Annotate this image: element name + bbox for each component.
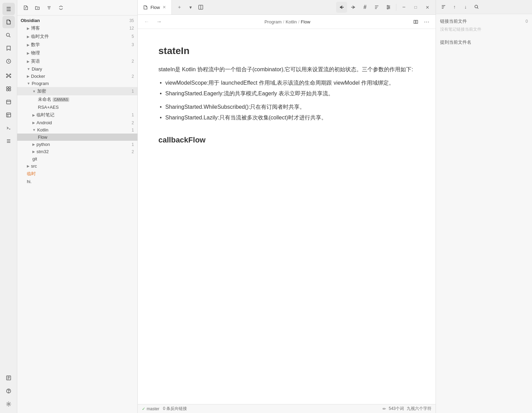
backlinks-section: 链接当前文件 0 没有笔记链接当前文件 — [440, 18, 528, 32]
add-tab-btn[interactable]: ＋ — [175, 2, 184, 12]
search-btn[interactable] — [2, 29, 15, 41]
close-window-btn[interactable]: ✕ — [422, 2, 433, 13]
svg-point-6 — [10, 77, 11, 78]
arrow-icon: ▶ — [27, 51, 30, 55]
breadcrumb-program[interactable]: Program — [264, 19, 282, 24]
outline-list-btn[interactable] — [439, 2, 448, 12]
more-options-btn[interactable]: ⋯ — [422, 17, 431, 27]
tree-item-临时[interactable]: 临时 — [17, 170, 137, 178]
svg-point-23 — [389, 7, 390, 8]
outline-icon-btn[interactable] — [371, 2, 382, 13]
arrow-icon: ▶ — [32, 150, 35, 153]
svg-point-19 — [8, 392, 9, 393]
tree-item-Flow[interactable]: Flow — [17, 134, 137, 141]
breadcrumb-flow: Flow — [301, 19, 310, 24]
new-folder-btn[interactable] — [32, 3, 42, 12]
review-btn[interactable] — [2, 372, 15, 384]
sort-up-btn[interactable]: ↑ — [450, 2, 459, 12]
svg-point-20 — [8, 403, 9, 405]
root-count: 35 — [129, 18, 134, 23]
tree-item-hi[interactable]: hi. — [17, 178, 137, 185]
arrow-icon: ▼ — [27, 67, 30, 71]
tree-item-Kotlin[interactable]: ▼ Kotlin 1 — [17, 126, 137, 134]
tree-item-Program[interactable]: ▼ Program — [17, 80, 137, 87]
arrow-icon: ▶ — [27, 43, 30, 47]
arrow-icon: ▶ — [32, 113, 35, 117]
toggle-sidebar-btn[interactable]: ☰ — [2, 3, 15, 15]
svg-line-8 — [9, 75, 10, 76]
edit-icon[interactable]: ✏ — [383, 406, 386, 411]
svg-point-25 — [475, 5, 478, 8]
terminal-btn[interactable] — [2, 122, 15, 134]
maximize-btn[interactable]: □ — [410, 2, 421, 13]
split-view-btn[interactable] — [196, 2, 206, 12]
tree-item-博客[interactable]: ▶ 博客 12 — [17, 24, 137, 32]
templates-btn[interactable] — [2, 109, 15, 121]
bookmarks-btn[interactable] — [2, 42, 15, 54]
history-btn[interactable] — [2, 55, 15, 67]
properties-icon-btn[interactable] — [383, 2, 394, 13]
settings-btn[interactable] — [2, 398, 15, 410]
svg-line-7 — [7, 75, 8, 76]
svg-rect-14 — [9, 89, 11, 91]
divider — [396, 4, 396, 11]
tag-icon-btn[interactable]: # — [359, 2, 371, 13]
files-btn[interactable] — [2, 16, 15, 28]
forward-btn[interactable]: → — [154, 17, 164, 27]
backlink-icon-btn[interactable] — [336, 2, 347, 13]
toolbar-right-icons: ⋯ — [411, 17, 431, 27]
tree-item-数学[interactable]: ▶ 数学 3 — [17, 41, 137, 49]
help-btn[interactable] — [2, 385, 15, 397]
back-btn[interactable]: ← — [142, 17, 152, 27]
word-count: 543个词 — [389, 406, 404, 412]
tree-item-src[interactable]: ▶ src — [17, 162, 137, 170]
tree-root[interactable]: Obsidian 35 — [17, 17, 137, 24]
no-backlinks-text: 没有笔记链接当前文件 — [440, 27, 528, 32]
tree-item-英语[interactable]: ▶ 英语 2 — [17, 57, 137, 65]
git-branch: master — [147, 406, 159, 411]
search-panel-btn[interactable] — [472, 2, 481, 12]
tree-item-未命名[interactable]: 未命名CANVAS — [17, 95, 137, 104]
tab-list-btn[interactable]: ▾ — [186, 2, 195, 12]
minimize-btn[interactable]: − — [398, 2, 409, 13]
plugins-btn[interactable] — [2, 83, 15, 95]
note-bullets: viewModelScope:用于 launchedEffect 作用域,表示该… — [158, 78, 415, 98]
svg-rect-15 — [7, 100, 11, 104]
tree-item-python[interactable]: ▶ python 1 — [17, 141, 137, 148]
sort-btn[interactable] — [44, 3, 54, 12]
toolbar: ← → Program / Kotlin / Flow ⋯ — [138, 15, 436, 29]
mentions-section: 提到当前文件名 — [440, 39, 528, 45]
tree-item-Diary[interactable]: ▼ Diary — [17, 65, 137, 73]
note-bullet4: SharingStarted.Lazily:只有当流被多次收集(collect)… — [158, 113, 415, 122]
tree-item-Docker[interactable]: ▶ Docker 2 — [17, 73, 137, 80]
arrow-icon: ▶ — [32, 121, 35, 125]
tree-item-加密[interactable]: ▼ 加密 1 — [17, 87, 137, 95]
tree-item-git[interactable]: git — [17, 155, 137, 162]
breadcrumb-kotlin[interactable]: Kotlin — [285, 19, 297, 24]
git-status: ✓ master 0 条反向链接 — [142, 406, 187, 412]
reader-view-btn[interactable] — [411, 17, 420, 27]
file-tree-header — [17, 0, 137, 15]
svg-line-9 — [7, 76, 8, 77]
svg-rect-12 — [9, 87, 11, 88]
tree-item-Android[interactable]: ▶ Android 2 — [17, 119, 137, 126]
tree-item-RSA-AES[interactable]: RSA+AES — [17, 104, 137, 111]
note-bullets2: SharingStarted.WhileSubscribed():只在有订阅者时… — [158, 102, 415, 122]
sort-down-btn[interactable]: ↓ — [461, 2, 470, 12]
tree-item-临时笔记[interactable]: ▶ 临时笔记 1 — [17, 111, 137, 119]
new-note-btn[interactable] — [21, 3, 30, 12]
tab-bar: Flow ✕ ＋ ▾ — [138, 0, 436, 15]
list-view-btn[interactable] — [2, 135, 15, 147]
outlink-icon-btn[interactable] — [348, 2, 359, 13]
tree-item-临时文件[interactable]: ▶ 临时文件 5 — [17, 32, 137, 41]
collapse-all-btn[interactable] — [56, 3, 65, 12]
calendar-btn[interactable] — [2, 96, 15, 108]
main-area: Flow ✕ ＋ ▾ — [138, 0, 436, 413]
close-tab-btn[interactable]: ✕ — [163, 5, 166, 10]
tab-Flow[interactable]: Flow ✕ — [138, 0, 172, 14]
arrow-icon: ▼ — [27, 82, 30, 85]
arrow-icon: ▶ — [27, 35, 30, 39]
graph-btn[interactable] — [2, 70, 15, 82]
tree-item-stm32[interactable]: ▶ stm32 2 — [17, 148, 137, 155]
tree-item-物理[interactable]: ▶ 物理 — [17, 49, 137, 57]
